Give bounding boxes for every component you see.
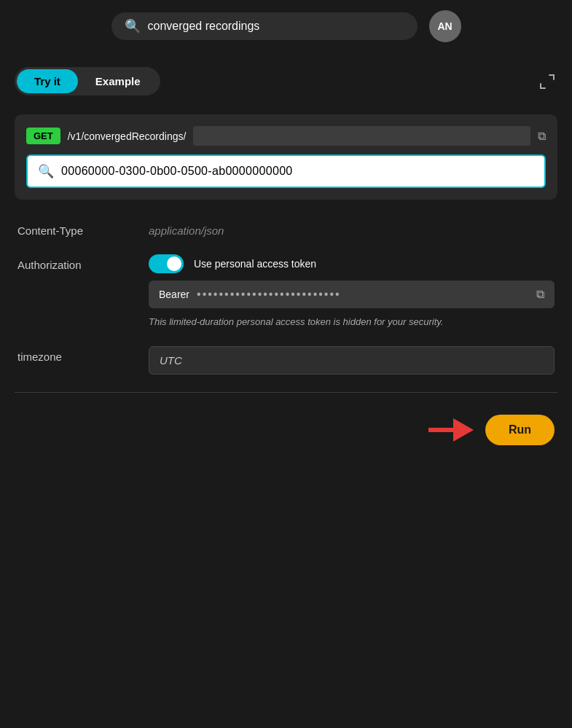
search-icon: 🔍 [125,18,141,34]
bearer-label: Bearer [159,289,189,300]
bearer-token-value: •••••••••••••••••••••••••• [197,288,529,301]
auth-toggle-label: Use personal access token [194,257,316,270]
timezone-label: timezone [17,346,134,363]
timezone-row: timezone [17,346,555,375]
arrow-head [453,418,474,442]
recording-id-container[interactable]: 🔍 00060000-0300-0b00-0500-ab0000000000 [26,154,546,188]
content-type-row: Content-Type application/json [17,220,555,237]
main-content: GET /v1/convergedRecordings/ ⧉ 🔍 0006000… [0,107,572,467]
arrow-indicator [428,418,474,442]
arrow-shaft [428,428,455,432]
tabs-container: Try it Example [0,52,572,107]
api-card: GET /v1/convergedRecordings/ ⧉ 🔍 0006000… [15,114,557,200]
search-bar[interactable]: 🔍 [111,12,418,40]
api-path: /v1/convergedRecordings/ [68,130,187,142]
expand-icon[interactable] [537,71,557,92]
api-id-input[interactable] [193,126,530,146]
auth-value-container: Use personal access token Bearer •••••••… [149,254,555,329]
api-url-row: GET /v1/convergedRecordings/ ⧉ [26,126,546,146]
authorization-row: Authorization Use personal access token … [17,254,555,329]
fields-section: Content-Type application/json Authorizat… [15,220,557,375]
method-badge: GET [26,128,60,144]
footer-row: Run [15,407,557,453]
tab-example[interactable]: Example [78,69,158,93]
divider [15,392,557,393]
recording-search-icon: 🔍 [38,163,54,179]
toggle-knob [167,257,181,271]
content-type-value: application/json [149,220,555,237]
content-type-label: Content-Type [17,220,134,237]
copy-bearer-icon[interactable]: ⧉ [536,288,544,301]
tabs-group: Try it Example [15,67,160,95]
tab-try-it[interactable]: Try it [17,69,78,93]
copy-url-icon[interactable]: ⧉ [538,130,546,143]
personal-access-token-toggle[interactable] [149,254,184,273]
bearer-box: Bearer •••••••••••••••••••••••••• ⧉ [149,281,555,308]
timezone-input[interactable] [149,346,555,375]
recording-id-value: 00060000-0300-0b00-0500-ab0000000000 [61,165,293,178]
run-button[interactable]: Run [485,415,555,445]
avatar: AN [429,10,461,42]
authorization-label: Authorization [17,254,134,271]
header: 🔍 AN [0,0,572,52]
security-note: This limited-duration personal access to… [149,316,555,329]
search-input[interactable] [148,20,404,33]
auth-toggle-row: Use personal access token [149,254,555,273]
